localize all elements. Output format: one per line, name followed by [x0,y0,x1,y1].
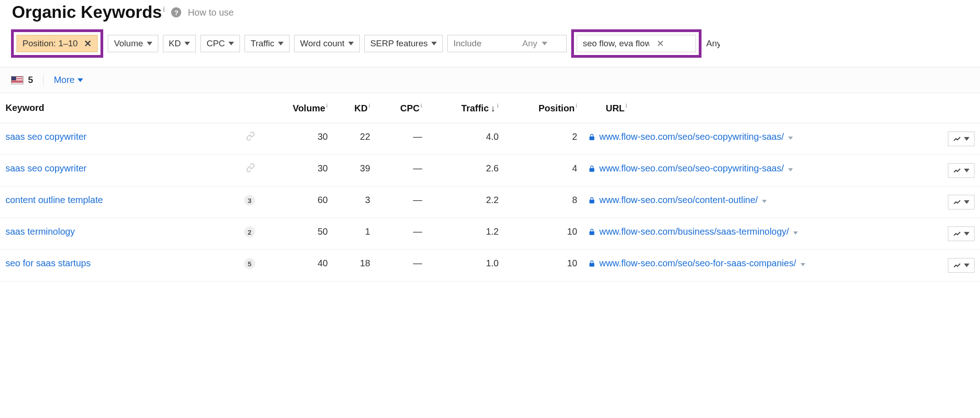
url-link[interactable]: www.flow-seo.com/seo/seo-for-saas-compan… [599,258,805,269]
keyword-link[interactable]: saas terminology [6,226,75,236]
filter-volume[interactable]: Volume [108,35,158,52]
col-traffic[interactable]: Traffic↓i [428,93,504,123]
keyword-link[interactable]: content outline template [6,195,103,205]
lock-icon [588,227,596,238]
include-mode[interactable]: Any [522,38,537,49]
filter-word-count[interactable]: Word count [294,35,360,52]
cell-volume: 60 [261,186,333,218]
more-dropdown[interactable]: More [54,75,83,85]
more-label: More [54,75,75,85]
exclude-mode-label[interactable]: Any [706,38,720,49]
info-icon[interactable]: i [576,102,578,109]
col-serp [942,93,980,123]
info-icon[interactable]: i [625,102,627,109]
serp-button[interactable] [948,226,974,241]
keyword-link[interactable]: saas seo copywriter [6,163,87,173]
link-icon[interactable] [246,132,255,143]
col-kd[interactable]: KDi [333,93,375,123]
filter-volume-label: Volume [114,38,143,49]
serp-button[interactable] [948,195,974,209]
chevron-down-icon[interactable] [762,200,767,203]
info-icon[interactable]: i [497,102,499,109]
serp-count-badge[interactable]: 5 [244,258,255,269]
filter-serp-features-label: SERP features [370,38,428,49]
chevron-down-icon [964,232,969,236]
col-keyword[interactable]: Keyword [0,93,239,123]
chevron-down-icon [228,42,234,45]
keyword-link[interactable]: saas seo copywriter [6,132,87,142]
cell-traffic: 1.0 [428,249,504,281]
cell-volume: 50 [261,218,333,249]
cell-position: 4 [504,154,583,186]
chevron-down-icon [147,42,152,45]
table-row: saas seo copywriter3039—2.64www.flow-seo… [0,154,980,186]
filter-word-count-label: Word count [300,38,345,49]
filter-cpc[interactable]: CPC [200,35,240,52]
lock-icon [588,196,596,206]
chevron-down-icon[interactable] [788,137,793,140]
chevron-down-icon[interactable] [801,263,805,266]
include-input[interactable] [453,38,518,49]
filter-cpc-label: CPC [206,38,225,49]
filter-include[interactable]: Any [447,35,567,52]
page-header: Organic Keywordsi ? How to use [0,0,980,29]
cell-cpc: — [376,154,428,186]
chevron-down-icon[interactable] [793,231,798,235]
filter-traffic[interactable]: Traffic [245,35,290,52]
lock-icon [588,259,596,270]
col-icon [239,93,261,123]
filter-position[interactable]: Position: 1–10 ✕ [17,35,98,52]
info-icon[interactable]: i [163,6,165,13]
table-row: saas terminology2501—1.210www.flow-seo.c… [0,218,980,249]
page-title: Organic Keywordsi [12,3,165,22]
filter-kd[interactable]: KD [163,35,196,52]
clear-exclude-icon[interactable]: ✕ [657,39,664,48]
url-link[interactable]: www.flow-seo.com/seo/seo-copywriting-saa… [599,132,793,142]
url-link[interactable]: www.flow-seo.com/seo/seo-copywriting-saa… [599,163,793,174]
chevron-down-icon [964,137,969,141]
cell-kd: 22 [333,123,375,154]
info-icon[interactable]: i [421,102,423,109]
col-url-label: URL [606,103,624,113]
cell-cpc: — [376,123,428,154]
clear-position-icon[interactable]: ✕ [84,39,92,48]
cell-cpc: — [376,249,428,281]
info-icon[interactable]: i [326,102,328,109]
info-icon[interactable]: i [368,102,370,109]
serp-button[interactable] [948,132,974,146]
col-position[interactable]: Positioni [504,93,583,123]
col-position-label: Position [539,103,575,113]
chevron-down-icon [964,169,969,172]
highlight-position: Position: 1–10 ✕ [11,29,103,58]
filter-exclude[interactable]: ✕ [577,35,696,52]
us-flag-icon [11,76,23,84]
table-row: saas seo copywriter3022—4.02www.flow-seo… [0,123,980,154]
title-text: Organic Keywords [12,3,162,22]
keyword-link[interactable]: seo for saas startups [6,258,91,268]
how-to-use-link[interactable]: How to use [188,7,234,18]
url-link[interactable]: www.flow-seo.com/business/saas-terminolo… [599,226,798,237]
country-count[interactable]: 5 [11,75,33,85]
keywords-table: Keyword Volumei KDi CPCi Traffic↓i Posit… [0,93,980,281]
cell-kd: 18 [333,249,375,281]
chevron-down-icon [964,264,969,267]
col-url[interactable]: URLi [583,93,942,123]
locale-bar: 5 More [0,67,980,93]
serp-button[interactable] [948,163,974,178]
serp-count-badge[interactable]: 2 [244,226,255,237]
col-volume[interactable]: Volumei [261,93,333,123]
serp-count-badge[interactable]: 3 [244,195,255,206]
url-link[interactable]: www.flow-seo.com/seo/content-outline/ [599,195,767,205]
col-cpc[interactable]: CPCi [376,93,428,123]
lock-icon [588,164,596,175]
chevron-down-icon [964,200,969,204]
filters-row: Position: 1–10 ✕ Volume KD CPC Traffic W… [0,29,980,67]
exclude-input[interactable] [583,38,649,49]
chevron-down-icon [184,42,190,45]
link-icon[interactable] [246,164,255,174]
help-icon[interactable]: ? [171,7,181,17]
filter-serp-features[interactable]: SERP features [364,35,443,52]
cell-position: 10 [504,249,583,281]
chevron-down-icon[interactable] [788,168,793,171]
serp-button[interactable] [948,258,974,273]
